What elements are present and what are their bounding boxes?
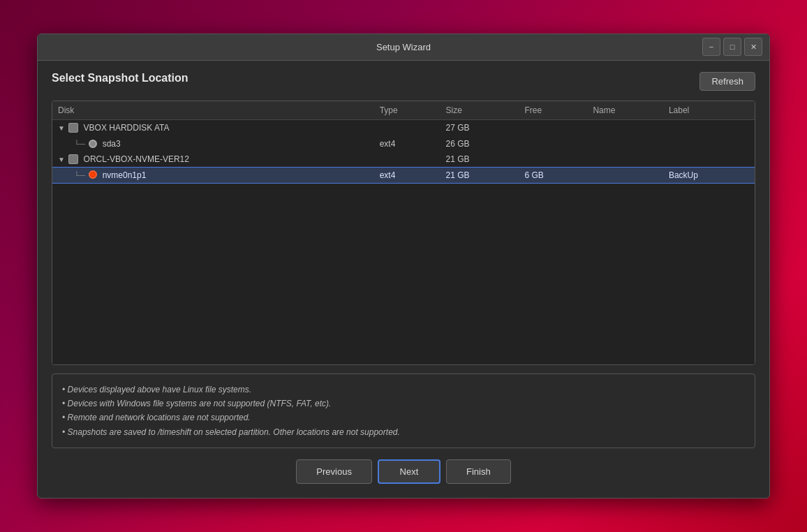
hdd-icon bbox=[68, 123, 78, 133]
table-row[interactable]: ▼ VBOX HARDDISK ATA 27 GB bbox=[52, 119, 755, 135]
note-line-2: • Devices with Windows file systems are … bbox=[62, 397, 745, 411]
col-size: Size bbox=[440, 101, 519, 120]
disk-name-cell: └─ nvme0n1p1 bbox=[52, 168, 374, 183]
expand-icon[interactable]: ▼ bbox=[58, 156, 65, 163]
disk-name2-cell bbox=[587, 152, 662, 168]
window-title: Setup Wizard bbox=[376, 42, 431, 52]
window-content: Select Snapshot Location Refresh Disk Ty… bbox=[38, 61, 769, 498]
table-row[interactable]: ▼ ORCL-VBOX-NVME-VER12 21 GB bbox=[52, 152, 755, 168]
note-line-1: • Devices displayed above have Linux fil… bbox=[62, 383, 745, 397]
disk-label2-cell bbox=[663, 136, 755, 152]
table-row[interactable]: └─ nvme0n1p1 ext4 21 GB 6 GB BackUp bbox=[52, 168, 755, 183]
disk-name2-cell bbox=[587, 168, 662, 183]
expand-icon[interactable]: ▼ bbox=[58, 124, 65, 132]
disk-type-cell: ext4 bbox=[374, 136, 440, 152]
setup-wizard-window: Setup Wizard − □ ✕ Select Snapshot Locat… bbox=[37, 34, 770, 498]
disk-name-cell: ▼ ORCL-VBOX-NVME-VER12 bbox=[52, 152, 374, 168]
finish-button[interactable]: Finish bbox=[446, 459, 511, 484]
disk-panel: Disk Type Size Free Name Label ▼ bbox=[52, 101, 755, 365]
titlebar: Setup Wizard − □ ✕ bbox=[38, 34, 769, 61]
minimize-button[interactable]: − bbox=[702, 38, 720, 56]
disk-type-cell: ext4 bbox=[374, 168, 440, 183]
disk-name2-cell bbox=[587, 136, 662, 152]
page-header: Select Snapshot Location Refresh bbox=[52, 72, 755, 91]
footer-buttons: Previous Next Finish bbox=[52, 459, 755, 484]
tree-indent bbox=[58, 170, 72, 180]
disk-size-cell: 27 GB bbox=[440, 119, 519, 135]
disk-label: VBOX HARDDISK ATA bbox=[84, 123, 170, 133]
disk-label2-cell bbox=[663, 119, 755, 135]
hdd-icon bbox=[68, 154, 78, 164]
page-title: Select Snapshot Location bbox=[52, 72, 188, 84]
tree-connector-icon: └─ bbox=[74, 171, 85, 179]
window-controls: − □ ✕ bbox=[702, 38, 762, 56]
disk-size-cell: 21 GB bbox=[440, 168, 519, 183]
disk-label: ORCL-VBOX-NVME-VER12 bbox=[84, 154, 189, 164]
disk-free-cell bbox=[519, 119, 588, 135]
refresh-button[interactable]: Refresh bbox=[699, 72, 755, 91]
disk-size-cell: 26 GB bbox=[440, 136, 519, 152]
col-free: Free bbox=[519, 101, 588, 120]
selected-radio-icon bbox=[89, 170, 97, 179]
tree-indent bbox=[58, 139, 72, 149]
table-row[interactable]: └─ sda3 ext4 26 GB bbox=[52, 136, 755, 152]
col-name: Name bbox=[587, 101, 662, 120]
partition-label: nvme0n1p1 bbox=[103, 170, 147, 180]
tree-connector-icon: └─ bbox=[74, 140, 85, 148]
col-type: Type bbox=[374, 101, 440, 120]
previous-button[interactable]: Previous bbox=[296, 459, 372, 484]
disk-name-cell: ▼ VBOX HARDDISK ATA bbox=[52, 119, 374, 135]
disk-name2-cell bbox=[587, 119, 662, 135]
col-disk: Disk bbox=[52, 101, 374, 120]
table-header-row: Disk Type Size Free Name Label bbox=[52, 101, 755, 120]
disk-free-cell: 6 GB bbox=[519, 168, 588, 183]
maximize-button[interactable]: □ bbox=[723, 38, 741, 56]
gray-radio-icon bbox=[89, 140, 97, 148]
notes-panel: • Devices displayed above have Linux fil… bbox=[52, 374, 755, 449]
empty-disk-area bbox=[52, 183, 755, 364]
disk-size-cell: 21 GB bbox=[440, 152, 519, 168]
disk-free-cell bbox=[519, 152, 588, 168]
disk-rows-container: Disk Type Size Free Name Label ▼ bbox=[52, 101, 755, 364]
disk-table: Disk Type Size Free Name Label ▼ bbox=[52, 101, 755, 183]
next-button[interactable]: Next bbox=[378, 459, 440, 484]
disk-type-cell bbox=[374, 152, 440, 168]
note-line-4: • Snapshots are saved to /timeshift on s… bbox=[62, 425, 745, 439]
close-button[interactable]: ✕ bbox=[744, 38, 762, 56]
disk-name-cell: └─ sda3 bbox=[52, 136, 374, 152]
disk-label2-cell: BackUp bbox=[663, 168, 755, 183]
note-line-3: • Remote and network locations are not s… bbox=[62, 411, 745, 424]
disk-type-cell bbox=[374, 119, 440, 135]
partition-label: sda3 bbox=[103, 139, 121, 149]
col-label: Label bbox=[663, 101, 755, 120]
disk-label2-cell bbox=[663, 152, 755, 168]
disk-free-cell bbox=[519, 136, 588, 152]
